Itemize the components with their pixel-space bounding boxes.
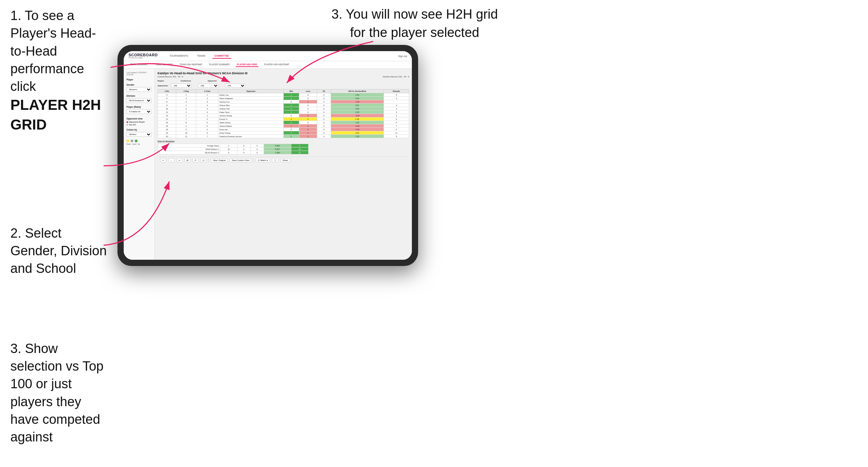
sub-nav-team-h2h[interactable]: TEAM H2H GRID [154,63,174,67]
nav-sign-out[interactable]: Sign out [398,55,407,57]
table-row: 1613Jessica Mason120-0.947 [158,124,409,128]
radio-top100-label: Top 100 [129,124,136,126]
toolbar-refresh[interactable]: ↺ [192,158,198,162]
panel-subtitle: Overall Record: 353 - 34 - 6 Division Re… [158,76,409,78]
table-row: 1474Eunice Yi2200.389 [158,117,409,121]
table-row: 914Sharon Mun1003.673 [158,104,409,107]
opponent-select[interactable]: (All) [225,84,246,88]
sidebar-radio-opponents[interactable]: Opponents Played [126,121,152,123]
filter-opponent-label: Opponent [208,80,217,82]
tablet-screen: SCOREBOARD Powered by clippd TOURNAMENTS… [124,51,412,260]
tablet: SCOREBOARD Powered by clippd TOURNAMENTS… [117,45,418,266]
out-div-row: Foreign Team1004.5002 [158,144,309,147]
nav-committee[interactable]: COMMITTEE [213,54,231,59]
filter-opponent: Opponent [208,80,217,82]
color-legend [126,140,152,142]
legend-labels: Down Level Up [126,143,152,145]
sidebar-player-label: Player [126,78,152,81]
nav-teams[interactable]: TEAMS [195,54,207,59]
sidebar-opponent-view-label: Opponent view [126,117,152,120]
sidebar-player-section: Player [126,78,152,81]
radio-dot-top100 [126,124,128,126]
toolbar-watch[interactable]: ⊙ Watch ▾ [256,158,270,162]
out-of-division-label: Out of division [158,140,409,143]
th-rounds: Rounds [384,89,409,93]
th-tie: Tie [317,89,331,93]
main-content: Last Updated: 27/03/2024 16:55:38 Player… [124,69,412,260]
table-row: 1063Andrea York2004.004 [158,107,409,111]
out-of-division-table: Foreign Team1004.5002NAIA Division 11500… [158,144,309,154]
table-row: 19106Emily Chang4100.3011 [158,131,409,135]
instruction-2: 2. Select Gender, Division and School [10,225,107,278]
legend-level-dot [131,140,133,142]
sidebar-gender-section: Gender Women's [126,84,152,92]
toolbar-grid[interactable]: ⊞ [185,158,190,162]
table-header-row: # Div # Reg # Conf Opponent Win Loss Tie… [158,89,409,93]
th-opponent: Opponent [218,89,284,93]
nav-right: Sign out [398,55,407,57]
th-reg: # Reg [176,89,196,93]
toolbar-square[interactable]: ⬜ [272,158,279,162]
th-conf: # Conf [196,89,218,93]
sub-nav-team-summary[interactable]: TEAM SUMMARY [129,63,150,67]
table-row: 1125Heejo Hyun1003.333 [158,111,409,114]
toolbar-sep-2 [253,158,254,162]
table-row: 1585Stella Cheng1001.254 [158,121,409,124]
toolbar-back[interactable]: ← [168,158,174,162]
sidebar-player-rank-section: Player (Rank) 8. Katelyn Vo [126,106,152,114]
instruction-1-text: 1. To see a Player's Head-to-Head perfor… [10,7,107,95]
toolbar-save-custom[interactable]: Save Custom View [230,158,252,162]
table-row: 311Esther Lee1001.504 [158,93,409,97]
sidebar-player-rank-select[interactable]: 8. Katelyn Vo [126,109,152,114]
legend-up-dot [135,140,138,142]
toolbar-undo[interactable]: ↩ [160,158,166,162]
legend-down-dot [126,140,129,142]
legend-up-label: Up [138,143,140,145]
nav-links: TOURNAMENTS TEAMS COMMITTEE [167,54,393,59]
out-div-body: Foreign Team1004.5002NAIA Division 11500… [158,144,309,154]
sidebar-opponent-view-section: Opponent view Opponents Played Top 100 [126,117,152,126]
sidebar-player-rank-label: Player (Rank) [126,106,152,108]
sidebar-gender-select[interactable]: Women's [126,87,152,92]
th-div: # Div [158,89,176,93]
instruction-3-left-text: 3. Show selection vs Top 100 or just pla… [10,340,107,446]
sub-nav-player-h2h[interactable]: PLAYER H2H GRID [236,63,259,67]
table-row: 1311Jessica Huang000-3.002 [158,114,409,117]
sidebar-gender-label: Gender [126,84,152,86]
toolbar-share[interactable]: Share [281,158,290,162]
sidebar-timestamp: Last Updated: 27/03/2024 16:55:38 [126,72,152,76]
instruction-1: 1. To see a Player's Head-to-Head perfor… [10,7,107,135]
toolbar-redo[interactable]: ↩ [177,158,182,162]
filter-region-label: Region [158,80,164,82]
table-row: 522Alexis Sudjianto1004.003 [158,97,409,100]
out-div-row: NCAA Division 25007.40010 [158,151,309,154]
division-record: Division Record: 331 - 34 - 6 [383,76,409,78]
legend-level-label: Level [132,143,136,145]
toolbar-sep-1 [208,158,209,162]
sidebar-division-select[interactable]: NCAA Division III [126,98,152,103]
th-diff: Diff Av Strokes/Rnd [331,89,384,93]
sidebar: Last Updated: 27/03/2024 16:55:38 Player… [124,69,155,260]
opponents-select[interactable]: (All) [171,84,192,88]
nav-tournaments[interactable]: TOURNAMENTS [167,54,190,59]
toolbar-clock[interactable]: ◷ [200,158,206,162]
sidebar-radio-top100[interactable]: Top 100 [126,124,152,126]
filter-selects-row: Opponents: (All) (All) (All) [158,84,409,88]
sub-nav-team-heatmap[interactable]: TEAM H2H HEATMAP [178,63,204,67]
legend-down-label: Down [126,143,131,145]
filter-conference: Conference [181,80,191,82]
sidebar-colour-section: Colour by Win/loss [126,128,152,137]
radio-opponents-label: Opponents Played [129,121,144,123]
sub-nav-player-heatmap[interactable]: PLAYER H2H HEATMAP [263,63,291,67]
out-div-row: NAIA Division 115009.26730 [158,147,309,151]
sidebar-colour-select[interactable]: Win/loss [126,132,152,137]
instruction-3-left: 3. Show selection vs Top 100 or just pla… [10,340,107,446]
sidebar-colour-label: Colour by [126,128,152,131]
conference-select[interactable]: (All) [198,84,219,88]
filter-conference-label: Conference [181,80,191,82]
sub-nav-player-summary[interactable]: PLAYER SUMMARY [208,63,232,67]
sidebar-radio-group: Opponents Played Top 100 [126,121,152,126]
toolbar-view-original[interactable]: View: Original [211,158,228,162]
instruction-1-bold: PLAYER H2H GRID [10,97,101,133]
table-row: 1822Euna Lee000-5.002 [158,128,409,131]
